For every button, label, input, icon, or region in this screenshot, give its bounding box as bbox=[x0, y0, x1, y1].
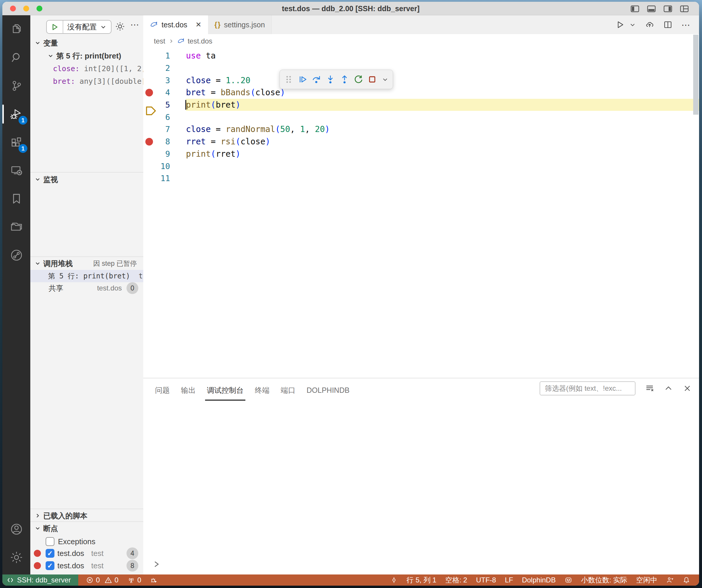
start-debug-button[interactable] bbox=[47, 21, 63, 33]
feedback-status[interactable] bbox=[666, 576, 674, 584]
code-line[interactable]: 8rret = rsi(close) bbox=[143, 136, 699, 148]
breakpoint-dot-icon[interactable] bbox=[145, 89, 153, 97]
breakpoint-row[interactable]: ✓ test.dos test 8 bbox=[30, 560, 143, 572]
language-mode[interactable]: DolphinDB bbox=[522, 576, 556, 584]
sidebar-item-search[interactable] bbox=[2, 43, 30, 72]
sidebar-item-bookmarks[interactable] bbox=[2, 185, 30, 213]
close-panel-icon[interactable] bbox=[683, 384, 692, 393]
indentation[interactable]: 空格: 2 bbox=[445, 575, 467, 585]
notifications-status[interactable] bbox=[683, 576, 690, 584]
step-out-icon[interactable] bbox=[340, 75, 350, 85]
dolphindb-status-icon bbox=[565, 576, 572, 584]
line-number: 7 bbox=[155, 125, 170, 134]
panel-tab-问题[interactable]: 问题 bbox=[155, 379, 170, 402]
code-line[interactable]: 6 bbox=[143, 111, 699, 123]
tab-settings-json[interactable]: { } settings.json bbox=[208, 15, 272, 34]
settings-button[interactable] bbox=[2, 543, 30, 572]
stack-session-row[interactable]: 共享 test.dos 0 bbox=[30, 282, 143, 294]
step-into-icon[interactable] bbox=[325, 75, 335, 85]
console-filter-input[interactable]: 筛选器(例如 text、!exc... bbox=[540, 381, 635, 396]
watch-section-header[interactable]: 监视 bbox=[30, 173, 143, 186]
commit-status[interactable] bbox=[390, 576, 398, 584]
sidebar-item-source-control[interactable] bbox=[2, 72, 30, 100]
code-line[interactable]: 5print(bret) bbox=[143, 99, 699, 111]
breakpoint-checkbox[interactable]: ✓ bbox=[45, 549, 54, 558]
exceptions-checkbox[interactable] bbox=[45, 537, 54, 546]
sidebar-item-explorer[interactable] bbox=[2, 15, 30, 43]
run-dropdown-icon[interactable] bbox=[629, 20, 636, 29]
toggle-sidebar-icon[interactable] bbox=[630, 4, 639, 13]
code-line[interactable]: 3close = 1..20 bbox=[143, 74, 699, 87]
upload-cloud-icon[interactable] bbox=[645, 20, 654, 29]
split-editor-icon[interactable] bbox=[663, 20, 673, 29]
step-over-icon[interactable] bbox=[312, 75, 322, 85]
decimal-places[interactable]: 小数位数: 实际 bbox=[581, 575, 627, 585]
exceptions-row[interactable]: Exceptions bbox=[30, 535, 143, 548]
stop-icon[interactable] bbox=[367, 75, 377, 85]
sidebar-item-run-and-debug[interactable]: 1 bbox=[2, 100, 30, 128]
variables-section-header[interactable]: 变量 bbox=[30, 36, 143, 49]
sidebar-item-extensions[interactable]: 1 bbox=[2, 128, 30, 156]
panel-tab-终端[interactable]: 终端 bbox=[255, 379, 269, 402]
editor-more-actions-icon[interactable]: ⋯ bbox=[681, 20, 691, 30]
code-text: print(rret) bbox=[186, 148, 699, 160]
idle-status[interactable]: 空闲中 bbox=[636, 575, 657, 585]
breakpoint-checkbox[interactable]: ✓ bbox=[45, 561, 54, 570]
encoding[interactable]: UTF-8 bbox=[476, 576, 496, 584]
dolphindb-status[interactable] bbox=[565, 576, 572, 584]
panel-tab-调试控制台[interactable]: 调试控制台 bbox=[207, 379, 244, 402]
breakpoint-row[interactable]: ✓ test.dos test 4 bbox=[30, 547, 143, 560]
clear-console-icon[interactable] bbox=[645, 384, 654, 393]
breakpoint-dot-icon[interactable] bbox=[145, 138, 153, 146]
loaded-scripts-section-header[interactable]: 已载入的脚本 bbox=[30, 509, 143, 522]
problems-status[interactable]: 0 0 bbox=[86, 576, 119, 584]
stack-frame-row[interactable]: 第 5 行: print(bret) t bbox=[30, 270, 143, 282]
run-file-icon[interactable] bbox=[615, 20, 625, 29]
code-line[interactable]: 10 bbox=[143, 160, 699, 172]
variable-row[interactable]: close: int[20]([1, 2, … bbox=[53, 62, 143, 75]
code-editor[interactable]: 1use ta23close = 1..204bret = bBands(clo… bbox=[143, 48, 699, 378]
code-line[interactable]: 2 bbox=[143, 62, 699, 75]
breadcrumb[interactable]: test test.dos bbox=[143, 34, 699, 48]
code-line[interactable]: 1use ta bbox=[143, 50, 699, 62]
debug-config-dropdown[interactable]: 没有配置 bbox=[46, 20, 112, 34]
breadcrumb-file[interactable]: test.dos bbox=[188, 37, 212, 45]
accounts-button[interactable] bbox=[2, 515, 30, 543]
customize-layout-icon[interactable] bbox=[680, 4, 689, 13]
collapse-panel-icon[interactable] bbox=[664, 384, 673, 393]
stop-dropdown-icon[interactable] bbox=[381, 75, 389, 85]
breakpoints-section-header[interactable]: 断点 bbox=[30, 522, 143, 535]
code-text: close = 1..20 bbox=[186, 74, 699, 87]
toggle-secondary-sidebar-icon[interactable] bbox=[663, 4, 673, 13]
code-line[interactable]: 4bret = bBands(close) bbox=[143, 87, 699, 99]
breadcrumb-folder[interactable]: test bbox=[154, 37, 165, 45]
sidebar-item-dolphindb-explorer[interactable] bbox=[2, 241, 30, 269]
panel-tab-输出[interactable]: 输出 bbox=[181, 379, 196, 402]
debug-more-actions-icon[interactable]: ⋯ bbox=[130, 19, 140, 30]
debug-session-status[interactable] bbox=[150, 576, 158, 584]
remote-indicator[interactable]: SSH: ddb_server bbox=[2, 575, 78, 586]
sidebar-item-project-manager[interactable] bbox=[2, 213, 30, 241]
eol[interactable]: LF bbox=[505, 576, 513, 584]
panel-tab-端口[interactable]: 端口 bbox=[281, 379, 296, 402]
code-line[interactable]: 7close = randNormal(50, 1, 20) bbox=[143, 123, 699, 136]
code-line[interactable]: 9print(rret) bbox=[143, 148, 699, 160]
editor-scrollbar[interactable] bbox=[693, 35, 698, 115]
variables-scope-row[interactable]: 第 5 行: print(bret) bbox=[30, 50, 143, 62]
console-prompt-icon[interactable] bbox=[152, 560, 161, 570]
restart-icon[interactable] bbox=[353, 75, 363, 85]
continue-icon[interactable] bbox=[298, 75, 308, 85]
panel-tab-DOLPHINDB[interactable]: DOLPHINDB bbox=[307, 379, 350, 402]
sidebar-item-remote-explorer[interactable] bbox=[2, 156, 30, 185]
debug-settings-gear-icon[interactable] bbox=[115, 21, 125, 34]
variable-row[interactable]: bret: any[3]([double[2… bbox=[53, 75, 143, 87]
tab-test-dos[interactable]: test.dos ✕ bbox=[143, 15, 208, 34]
call-stack-section-header[interactable]: 调用堆栈 因 step 已暂停 bbox=[30, 257, 143, 270]
cursor-position[interactable]: 行 5, 列 1 bbox=[406, 575, 436, 585]
code-line[interactable]: 11 bbox=[143, 172, 699, 185]
debug-config-label: 没有配置 bbox=[63, 22, 100, 32]
ports-status[interactable]: 0 bbox=[127, 576, 141, 584]
drag-handle-icon[interactable] bbox=[283, 75, 294, 85]
close-tab-icon[interactable]: ✕ bbox=[196, 21, 202, 29]
toggle-panel-icon[interactable] bbox=[647, 4, 656, 13]
